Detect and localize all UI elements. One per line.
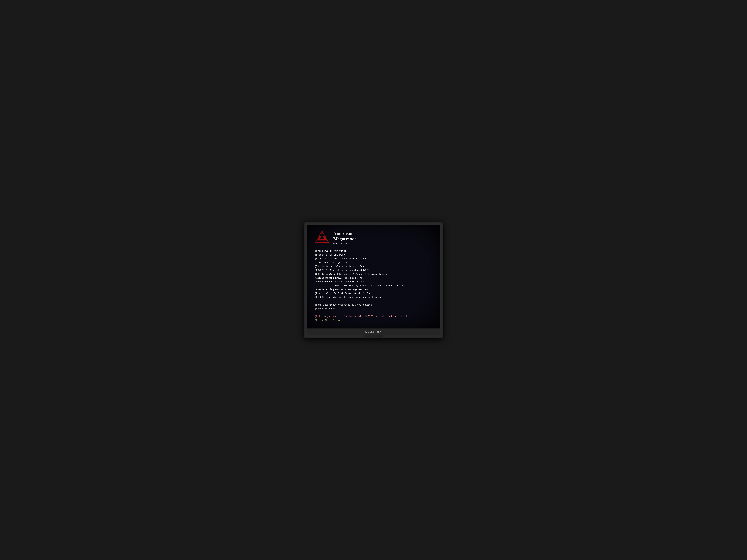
bios-line-line8: AAutoDetecting SATA3..IDE Hard Disk [315, 276, 432, 280]
bios-line-line10: AAutodetecting USB Mass Storage Devices … [315, 288, 432, 292]
monitor-bezel-bottom: SAMSUNG [307, 328, 440, 336]
ami-logo-text: American Megatrends www.ami.com [333, 231, 357, 245]
bios-line-line14: ¦Checking NVRAM.. [315, 307, 432, 311]
bios-line-line7: ¦USB Device(s): 1 Keyboard, 1 Mouse, 1 S… [315, 272, 432, 276]
bios-line-line9: 2SATA3 Hard Disk: ST3160815AS 4.AAB [315, 280, 432, 284]
ami-website: www.ami.com [333, 242, 357, 245]
ami-logo [315, 231, 329, 246]
monitor-brand-label: SAMSUNG [365, 331, 382, 334]
bios-line-line13: ¦Bank interleave requested but not enabl… [315, 303, 432, 307]
monitor-outer: American Megatrends www.ami.com ¦Press D… [304, 222, 443, 338]
bios-line-line4: t1 AMD North Bridge, Rev G2 [315, 261, 432, 265]
bios-post-output: ¦Press DEL to run Setup¦Press F8 for BBS… [315, 249, 432, 322]
bios-line-line6: E3072MB OK (Installed Memory Size:3072MB… [315, 268, 432, 272]
bios-line-line11: ¦Device #01 : SanDisk Cruzer Glide *HiSp… [315, 292, 432, 296]
monitor-screen: American Megatrends www.ami.com ¦Press D… [307, 224, 440, 328]
bios-line-blank2 [315, 311, 432, 315]
bios-header: American Megatrends www.ami.com [315, 231, 432, 246]
bios-line-blank1 [315, 299, 432, 303]
bios-line-line1: ¦Press DEL to run Setup [315, 249, 432, 253]
monitor-stand [364, 336, 383, 338]
bios-line-line15: ¦Not enough space in Runtime area!!. SMB… [315, 315, 432, 319]
bios-line-line9b: Ultra DMA Mode-6, S.M.A.R.T. Capable and… [315, 284, 432, 288]
bios-line-line3: ¦Press ALT+F2 to execute ASUS EZ Flash 2 [315, 257, 432, 261]
bios-line-line2: ¦Press F8 for BBS POPUP [315, 253, 432, 257]
bios-line-line16: ¦Press F1 to Resume [315, 319, 432, 322]
bios-line-line5: ¦Initializing USB Controllers .. Done. [315, 265, 432, 268]
ami-company-name: American Megatrends [333, 231, 357, 241]
bios-line-line12: 001 USB mass storage devices found and c… [315, 295, 432, 299]
